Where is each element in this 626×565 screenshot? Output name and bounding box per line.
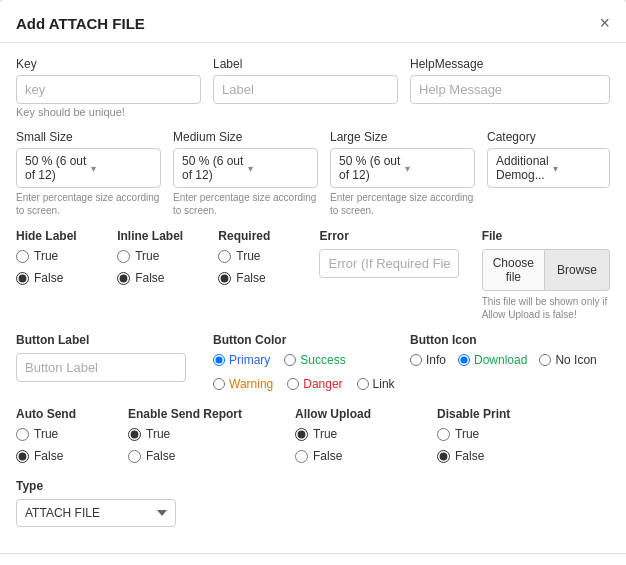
field-key: Key Key should be unique! [16, 57, 201, 118]
button-label-input[interactable] [16, 353, 186, 382]
field-category: Category Additional Demog... ▾ [487, 130, 610, 188]
allow-upload-radio-group: True False [295, 427, 425, 467]
hide-label-true-radio[interactable] [16, 250, 29, 263]
hide-label-true-option[interactable]: True [16, 249, 105, 263]
auto-send-true-radio[interactable] [16, 428, 29, 441]
large-size-select[interactable]: 50 % (6 out of 12) ▾ [330, 148, 475, 188]
key-input[interactable] [16, 75, 201, 104]
allow-upload-false-option[interactable]: False [295, 449, 425, 463]
button-color-section: Button Color [213, 333, 398, 347]
help-message-input[interactable] [410, 75, 610, 104]
allow-upload-true-radio[interactable] [295, 428, 308, 441]
close-button[interactable]: × [599, 14, 610, 32]
color-primary-radio[interactable] [213, 354, 225, 366]
inline-label-false-option[interactable]: False [117, 271, 206, 285]
error-section: Error [319, 229, 469, 243]
disable-print-true-radio[interactable] [437, 428, 450, 441]
color-warning-option[interactable]: Warning [213, 377, 273, 391]
field-inline-label: Inline Label True False [117, 229, 206, 289]
field-small-size: Small Size 50 % (6 out of 12) ▾ Enter pe… [16, 130, 161, 217]
inline-label-true-option[interactable]: True [117, 249, 206, 263]
field-button-icon: Button Icon Info Download No Icon [410, 333, 610, 371]
auto-send-true-option[interactable]: True [16, 427, 116, 441]
row-sizes-category: Small Size 50 % (6 out of 12) ▾ Enter pe… [16, 130, 610, 217]
color-link-option[interactable]: Link [357, 377, 395, 391]
large-size-arrow-icon: ▾ [405, 163, 467, 174]
row-send-upload-print: Auto Send True False Enable Send Report … [16, 407, 610, 467]
hide-label-false-radio[interactable] [16, 272, 29, 285]
enable-send-report-false-option[interactable]: False [128, 449, 283, 463]
allow-upload-false-radio[interactable] [295, 450, 308, 463]
field-required: Required True False [218, 229, 307, 289]
icon-download-radio[interactable] [458, 354, 470, 366]
field-label: Label [213, 57, 398, 104]
label-input[interactable] [213, 75, 398, 104]
icon-info-option[interactable]: Info [410, 353, 446, 367]
color-success-option[interactable]: Success [284, 353, 345, 367]
disable-print-false-radio[interactable] [437, 450, 450, 463]
required-true-option[interactable]: True [218, 249, 307, 263]
browse-button[interactable]: Browse [545, 249, 610, 291]
auto-send-radio-group: True False [16, 427, 116, 467]
field-file: File Choose file Browse This file will b… [482, 229, 610, 321]
color-warning-radio[interactable] [213, 378, 225, 390]
choose-file-button[interactable]: Choose file [482, 249, 545, 291]
icon-noicon-radio[interactable] [539, 354, 551, 366]
auto-send-false-option[interactable]: False [16, 449, 116, 463]
allow-upload-true-option[interactable]: True [295, 427, 425, 441]
auto-send-false-radio[interactable] [16, 450, 29, 463]
button-label-section: Button Label [16, 333, 201, 347]
field-allow-upload: Allow Upload True False [295, 407, 425, 467]
field-help-message: HelpMessage [410, 57, 610, 104]
required-false-option[interactable]: False [218, 271, 307, 285]
hide-label-section: Hide Label [16, 229, 105, 243]
disable-print-false-option[interactable]: False [437, 449, 610, 463]
required-section: Required [218, 229, 307, 243]
inline-label-true-radio[interactable] [117, 250, 130, 263]
color-danger-option[interactable]: Danger [287, 377, 342, 391]
button-icon-options: Info Download No Icon [410, 353, 610, 371]
enable-send-report-true-radio[interactable] [128, 428, 141, 441]
category-select[interactable]: Additional Demog... ▾ [487, 148, 610, 188]
hide-label-false-option[interactable]: False [16, 271, 105, 285]
enable-send-report-false-radio[interactable] [128, 450, 141, 463]
required-false-radio[interactable] [218, 272, 231, 285]
large-size-desc: Enter percentage size according to scree… [330, 191, 475, 217]
disable-print-true-option[interactable]: True [437, 427, 610, 441]
icon-noicon-option[interactable]: No Icon [539, 353, 596, 367]
color-primary-option[interactable]: Primary [213, 353, 270, 367]
key-hint: Key should be unique! [16, 106, 201, 118]
color-success-radio[interactable] [284, 354, 296, 366]
error-input[interactable] [319, 249, 459, 278]
color-danger-radio[interactable] [287, 378, 299, 390]
field-medium-size: Medium Size 50 % (6 out of 12) ▾ Enter p… [173, 130, 318, 217]
button-color-options: Primary Success Warning Danger [213, 353, 398, 395]
icon-download-option[interactable]: Download [458, 353, 527, 367]
disable-print-radio-group: True False [437, 427, 610, 467]
enable-send-report-true-option[interactable]: True [128, 427, 283, 441]
small-size-label: Small Size [16, 130, 161, 144]
small-size-arrow-icon: ▾ [91, 163, 153, 174]
large-size-label: Large Size [330, 130, 475, 144]
inline-label-false-radio[interactable] [117, 272, 130, 285]
color-link-radio[interactable] [357, 378, 369, 390]
type-section: Type [16, 479, 176, 493]
row-key-label-help: Key Key should be unique! Label HelpMess… [16, 57, 610, 118]
required-true-radio[interactable] [218, 250, 231, 263]
disable-print-section: Disable Print [437, 407, 610, 421]
medium-size-select[interactable]: 50 % (6 out of 12) ▾ [173, 148, 318, 188]
button-icon-section: Button Icon [410, 333, 610, 347]
modal-footer: Submit Cancel [0, 553, 626, 565]
medium-size-desc: Enter percentage size according to scree… [173, 191, 318, 217]
category-label: Category [487, 130, 610, 144]
modal-body: Key Key should be unique! Label HelpMess… [0, 43, 626, 553]
field-button-label: Button Label [16, 333, 201, 382]
inline-label-radio-group: True False [117, 249, 206, 289]
small-size-select[interactable]: 50 % (6 out of 12) ▾ [16, 148, 161, 188]
type-select[interactable]: ATTACH FILE [16, 499, 176, 527]
field-type: Type ATTACH FILE [16, 479, 176, 527]
add-attach-file-modal: Add ATTACH FILE × Key Key should be uniq… [0, 0, 626, 565]
field-enable-send-report: Enable Send Report True False [128, 407, 283, 467]
field-disable-print: Disable Print True False [437, 407, 610, 467]
icon-info-radio[interactable] [410, 354, 422, 366]
